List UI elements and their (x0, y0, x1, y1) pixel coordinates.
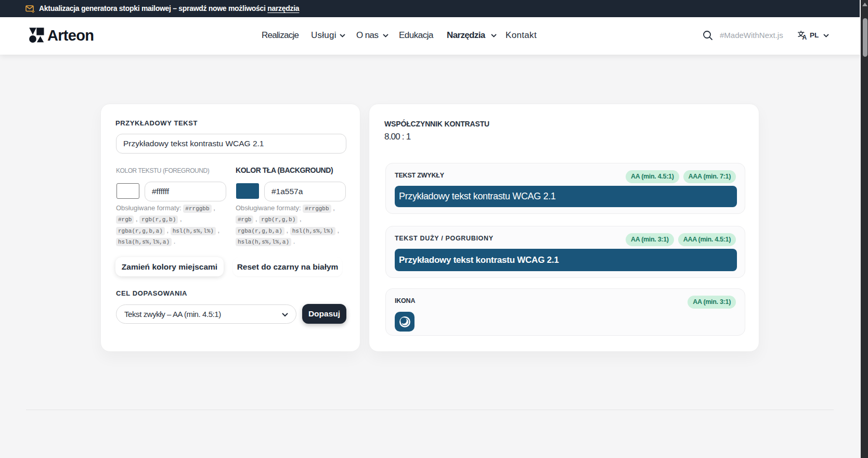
svg-text:A: A (802, 34, 807, 40)
